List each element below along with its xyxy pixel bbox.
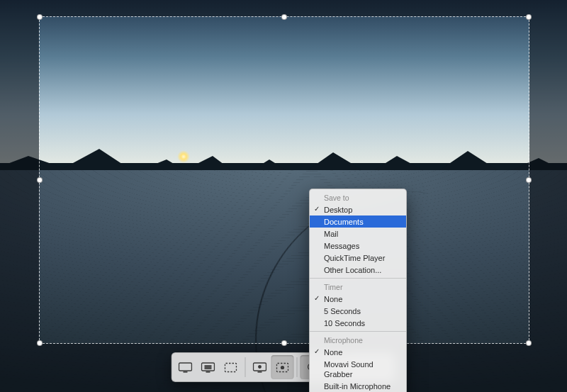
menu-item-timer-none[interactable]: ✓ None: [310, 293, 406, 305]
screen-record-icon: [252, 362, 266, 373]
svg-rect-8: [257, 371, 262, 373]
menu-section-microphone: Microphone: [310, 334, 406, 346]
menu-item-label: Messages: [324, 242, 359, 250]
check-icon: ✓: [314, 347, 320, 357]
svg-point-10: [281, 365, 284, 369]
record-selected-portion-button[interactable]: [271, 355, 293, 379]
menu-item-label: Mail: [324, 230, 338, 238]
menu-item-label: 10 Seconds: [324, 319, 365, 327]
handle-e[interactable]: [526, 177, 532, 183]
svg-rect-3: [204, 365, 211, 369]
menu-section-timer: Timer: [310, 281, 406, 293]
menu-item-label: Desktop: [324, 206, 352, 214]
svg-point-7: [258, 365, 262, 369]
menu-item-label: None: [324, 295, 342, 303]
menu-item-timer-5s[interactable]: 5 Seconds: [310, 305, 406, 317]
svg-rect-5: [225, 363, 236, 371]
menu-section-save-to: Save to: [310, 191, 406, 203]
selection-icon: [223, 362, 237, 373]
window-icon: [201, 362, 215, 373]
menu-item-mic-none[interactable]: ✓ None: [310, 346, 406, 358]
selection-record-icon: [275, 362, 289, 373]
menu-item-label: None: [324, 348, 342, 357]
capture-selection[interactable]: [39, 16, 529, 344]
dim-left: [0, 16, 39, 344]
record-entire-screen-button[interactable]: [248, 355, 271, 379]
handle-ne[interactable]: [526, 14, 532, 20]
menu-separator: [310, 331, 406, 332]
check-icon: ✓: [314, 204, 320, 214]
menu-item-label: Built-in Microphone: [324, 382, 391, 391]
menu-item-label: Movavi Sound Grabber: [324, 360, 374, 379]
svg-rect-4: [206, 371, 210, 373]
capture-selected-window-button[interactable]: [196, 355, 219, 379]
svg-rect-1: [183, 371, 187, 373]
handle-se[interactable]: [526, 340, 532, 346]
menu-item-mic-builtin[interactable]: Built-in Microphone: [310, 380, 406, 392]
check-icon: ✓: [314, 293, 320, 303]
menu-separator: [310, 278, 406, 279]
menu-item-messages[interactable]: Messages: [310, 240, 406, 252]
menu-item-other-location[interactable]: Other Location...: [310, 264, 406, 276]
menu-item-label: Other Location...: [324, 266, 381, 274]
menu-item-label: Documents: [324, 218, 364, 226]
handle-s[interactable]: [281, 340, 287, 346]
menu-item-mic-movavi[interactable]: Movavi Sound Grabber: [310, 358, 406, 380]
svg-rect-0: [179, 363, 191, 371]
handle-sw[interactable]: [37, 340, 43, 346]
dim-right: [529, 16, 567, 344]
menu-item-label: 5 Seconds: [324, 307, 361, 315]
menu-item-label: QuickTime Player: [324, 254, 385, 262]
toolbar-separator: [245, 357, 245, 377]
menu-item-desktop[interactable]: ✓ Desktop: [310, 203, 406, 215]
handle-w[interactable]: [37, 177, 43, 183]
menu-item-timer-10s[interactable]: 10 Seconds: [310, 317, 406, 329]
menu-item-documents[interactable]: Documents: [310, 215, 406, 228]
capture-selected-portion-button[interactable]: [219, 355, 242, 379]
handle-n[interactable]: [281, 14, 287, 20]
menu-item-quicktime-player[interactable]: QuickTime Player: [310, 252, 406, 264]
options-menu: Save to ✓ Desktop Documents Mail Message…: [309, 189, 407, 392]
capture-entire-screen-button[interactable]: [174, 355, 196, 379]
handle-nw[interactable]: [37, 14, 43, 20]
toolbar-separator-2: [296, 357, 297, 377]
screen-icon: [178, 362, 192, 373]
menu-item-mail[interactable]: Mail: [310, 228, 406, 240]
